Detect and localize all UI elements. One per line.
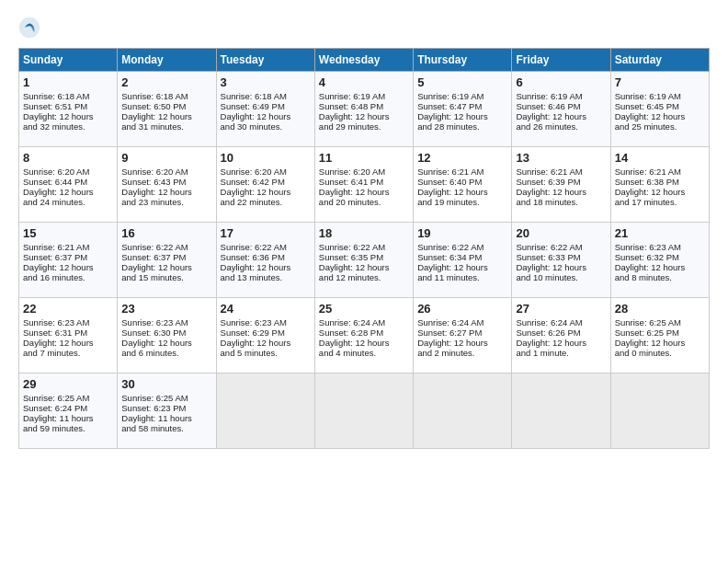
daylight-minutes: and 1 minute. — [516, 348, 569, 358]
day-number: 24 — [221, 302, 311, 316]
sunrise-line: Sunrise: 6:23 AM — [615, 242, 681, 252]
sunset-line: Sunset: 6:43 PM — [121, 177, 186, 187]
daylight-line: Daylight: 12 hours — [516, 111, 586, 121]
daylight-minutes: and 31 minutes. — [121, 121, 184, 132]
calendar-cell: 15Sunrise: 6:21 AMSunset: 6:37 PMDayligh… — [19, 223, 118, 298]
calendar-page: Sunday Monday Tuesday Wednesday Thursday… — [0, 0, 728, 563]
daylight-line: Daylight: 12 hours — [121, 187, 192, 197]
calendar-cell — [314, 373, 413, 449]
sunrise-line: Sunrise: 6:21 AM — [516, 167, 582, 177]
daylight-line: Daylight: 12 hours — [23, 338, 94, 348]
daylight-minutes: and 28 minutes. — [417, 121, 480, 132]
day-number: 9 — [121, 151, 211, 165]
daylight-line: Daylight: 12 hours — [319, 111, 390, 121]
col-friday: Friday — [512, 49, 610, 72]
header — [18, 17, 710, 39]
calendar-cell: 26Sunrise: 6:24 AMSunset: 6:27 PMDayligh… — [414, 298, 512, 373]
sunrise-line: Sunrise: 6:20 AM — [221, 167, 287, 177]
daylight-line: Daylight: 12 hours — [23, 262, 94, 272]
day-number: 5 — [417, 75, 507, 89]
sunrise-line: Sunrise: 6:18 AM — [221, 91, 287, 101]
calendar-cell: 18Sunrise: 6:22 AMSunset: 6:35 PMDayligh… — [314, 223, 413, 298]
daylight-line: Daylight: 12 hours — [221, 338, 291, 348]
daylight-line: Daylight: 12 hours — [615, 111, 686, 121]
daylight-minutes: and 4 minutes. — [319, 348, 376, 358]
daylight-line: Daylight: 12 hours — [121, 111, 192, 121]
daylight-line: Daylight: 12 hours — [121, 262, 192, 272]
calendar-cell — [512, 373, 610, 449]
daylight-minutes: and 16 minutes. — [23, 272, 85, 282]
day-number: 21 — [615, 226, 705, 240]
sunrise-line: Sunrise: 6:19 AM — [516, 91, 582, 101]
daylight-line: Daylight: 12 hours — [615, 187, 686, 197]
daylight-line: Daylight: 12 hours — [417, 262, 488, 272]
calendar-cell: 27Sunrise: 6:24 AMSunset: 6:26 PMDayligh… — [512, 298, 610, 373]
daylight-minutes: and 13 minutes. — [221, 272, 283, 282]
sunset-line: Sunset: 6:26 PM — [516, 327, 580, 338]
calendar-cell: 24Sunrise: 6:23 AMSunset: 6:29 PMDayligh… — [216, 298, 314, 373]
daylight-minutes: and 59 minutes. — [23, 423, 85, 433]
calendar-cell — [414, 373, 512, 449]
day-number: 16 — [121, 226, 211, 240]
sunrise-line: Sunrise: 6:24 AM — [319, 317, 385, 327]
day-number: 4 — [319, 75, 409, 89]
day-number: 7 — [615, 75, 705, 89]
sunset-line: Sunset: 6:33 PM — [516, 252, 580, 262]
daylight-minutes: and 23 minutes. — [121, 197, 184, 207]
sunset-line: Sunset: 6:37 PM — [121, 252, 186, 262]
daylight-minutes: and 24 minutes. — [23, 197, 85, 207]
daylight-minutes: and 18 minutes. — [516, 197, 578, 207]
calendar-cell: 3Sunrise: 6:18 AMSunset: 6:49 PMDaylight… — [216, 72, 314, 147]
daylight-line: Daylight: 11 hours — [23, 413, 94, 423]
calendar-cell: 4Sunrise: 6:19 AMSunset: 6:48 PMDaylight… — [314, 72, 413, 147]
header-row: Sunday Monday Tuesday Wednesday Thursday… — [19, 49, 710, 72]
sunset-line: Sunset: 6:37 PM — [23, 252, 87, 262]
sunset-line: Sunset: 6:40 PM — [417, 177, 482, 187]
day-number: 11 — [319, 151, 409, 165]
calendar-cell: 21Sunrise: 6:23 AMSunset: 6:32 PMDayligh… — [610, 223, 709, 298]
daylight-minutes: and 2 minutes. — [417, 348, 474, 358]
sunrise-line: Sunrise: 6:19 AM — [615, 91, 681, 101]
day-number: 20 — [516, 226, 606, 240]
daylight-minutes: and 8 minutes. — [615, 272, 672, 282]
day-number: 19 — [417, 226, 507, 240]
sunrise-line: Sunrise: 6:21 AM — [23, 242, 89, 252]
daylight-minutes: and 5 minutes. — [221, 348, 278, 358]
col-wednesday: Wednesday — [314, 49, 413, 72]
calendar-cell: 30Sunrise: 6:25 AMSunset: 6:23 PMDayligh… — [118, 373, 216, 449]
daylight-line: Daylight: 12 hours — [516, 187, 586, 197]
day-number: 3 — [221, 75, 311, 89]
sunset-line: Sunset: 6:23 PM — [121, 403, 186, 413]
sunset-line: Sunset: 6:45 PM — [615, 101, 679, 111]
sunset-line: Sunset: 6:39 PM — [516, 177, 580, 187]
sunset-line: Sunset: 6:50 PM — [121, 101, 186, 111]
sunrise-line: Sunrise: 6:20 AM — [23, 167, 89, 177]
daylight-line: Daylight: 12 hours — [23, 111, 94, 121]
sunset-line: Sunset: 6:44 PM — [23, 177, 87, 187]
sunset-line: Sunset: 6:51 PM — [23, 101, 87, 111]
calendar-body: 1Sunrise: 6:18 AMSunset: 6:51 PMDaylight… — [19, 72, 710, 449]
daylight-line: Daylight: 12 hours — [516, 338, 586, 348]
calendar-cell: 5Sunrise: 6:19 AMSunset: 6:47 PMDaylight… — [414, 72, 512, 147]
sunset-line: Sunset: 6:24 PM — [23, 403, 87, 413]
day-number: 29 — [23, 377, 113, 391]
sunrise-line: Sunrise: 6:19 AM — [319, 91, 385, 101]
daylight-line: Daylight: 12 hours — [221, 262, 291, 272]
sunrise-line: Sunrise: 6:22 AM — [516, 242, 582, 252]
calendar-week-3: 22Sunrise: 6:23 AMSunset: 6:31 PMDayligh… — [19, 298, 710, 373]
daylight-line: Daylight: 12 hours — [221, 111, 291, 121]
daylight-minutes: and 17 minutes. — [615, 197, 677, 207]
calendar-table: Sunday Monday Tuesday Wednesday Thursday… — [18, 48, 710, 449]
daylight-minutes: and 30 minutes. — [221, 121, 283, 132]
daylight-minutes: and 26 minutes. — [516, 121, 578, 132]
daylight-minutes: and 6 minutes. — [121, 348, 178, 358]
day-number: 15 — [23, 226, 113, 240]
calendar-cell: 7Sunrise: 6:19 AMSunset: 6:45 PMDaylight… — [610, 72, 709, 147]
daylight-line: Daylight: 12 hours — [221, 187, 291, 197]
daylight-minutes: and 32 minutes. — [23, 121, 85, 132]
calendar-cell: 28Sunrise: 6:25 AMSunset: 6:25 PMDayligh… — [610, 298, 709, 373]
calendar-cell — [610, 373, 709, 449]
daylight-line: Daylight: 12 hours — [417, 187, 488, 197]
daylight-line: Daylight: 12 hours — [615, 262, 686, 272]
day-number: 25 — [319, 302, 409, 316]
